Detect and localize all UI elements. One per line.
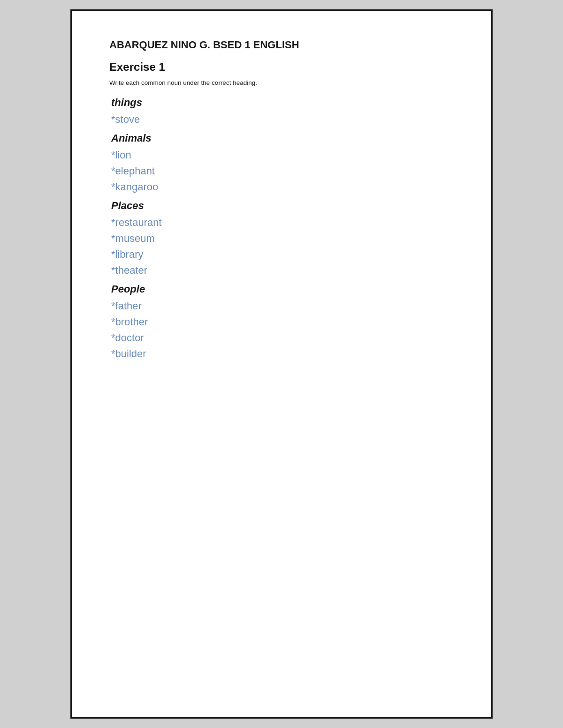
noun-item-3-1: *brother [109, 316, 454, 328]
exercise-title: Exercise 1 [109, 60, 454, 74]
noun-item-3-0: *father [109, 300, 454, 312]
category-heading-2: Places [109, 200, 454, 212]
noun-item-3-3: *builder [109, 348, 454, 360]
noun-item-2-0: *restaurant [109, 217, 454, 229]
noun-item-2-1: *museum [109, 233, 454, 245]
category-heading-1: Animals [109, 132, 454, 144]
noun-item-1-2: *kangaroo [109, 181, 454, 193]
page-title: ABARQUEZ NINO G. BSED 1 ENGLISH [109, 39, 454, 51]
sections-container: things*stoveAnimals*lion*elephant*kangar… [109, 97, 454, 360]
document-page: ABARQUEZ NINO G. BSED 1 ENGLISH Exercise… [70, 9, 493, 719]
noun-item-3-2: *doctor [109, 332, 454, 344]
section-1: Animals*lion*elephant*kangaroo [109, 132, 454, 193]
noun-item-1-1: *elephant [109, 165, 454, 177]
category-heading-3: People [109, 283, 454, 295]
instruction-text: Write each common noun under the correct… [109, 79, 454, 86]
category-heading-0: things [109, 97, 454, 109]
section-0: things*stove [109, 97, 454, 126]
noun-item-2-2: *library [109, 248, 454, 261]
section-3: People*father*brother*doctor*builder [109, 283, 454, 360]
noun-item-0-0: *stove [109, 113, 454, 126]
noun-item-2-3: *theater [109, 264, 454, 277]
noun-item-1-0: *lion [109, 149, 454, 161]
section-2: Places*restaurant*museum*library*theater [109, 200, 454, 277]
